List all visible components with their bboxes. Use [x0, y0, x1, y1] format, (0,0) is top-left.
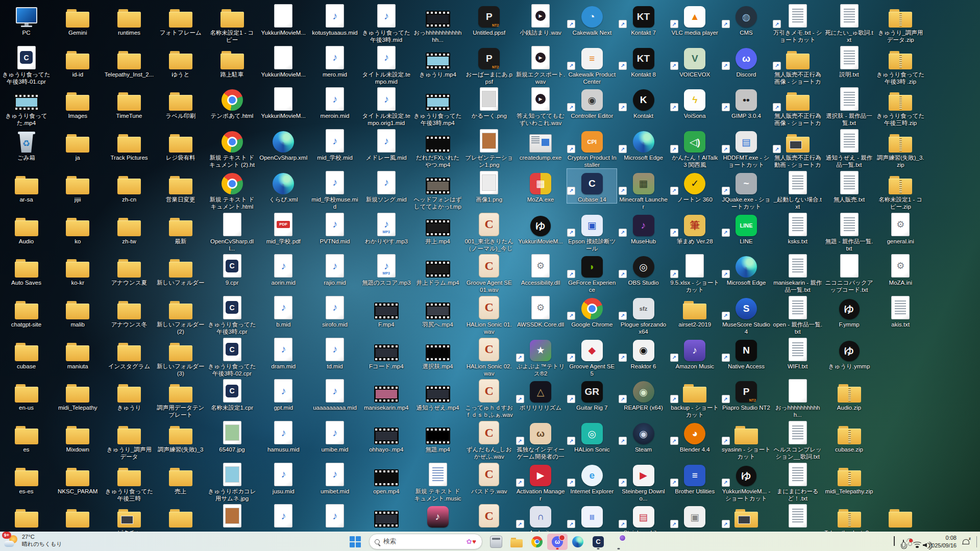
desktop-icon[interactable]: ↗Microsoft Edge: [722, 252, 771, 286]
desktop-icon[interactable]: ゆきゅうり.ymmp: [824, 336, 874, 370]
desktop-icon[interactable]: ω↗Discord: [722, 44, 771, 78]
desktop-icon[interactable]: ↗9.5.xlsx - ショートカット: [670, 252, 720, 293]
desktop-icon[interactable]: 調声用データテンプレート: [156, 377, 205, 418]
desktop-icon[interactable]: きゅうりボカコレ用サムネ.jpg: [207, 461, 257, 502]
desktop-icon[interactable]: 名称未設定1 - コピー.zip: [876, 169, 925, 210]
desktop-icon[interactable]: 説明.txt: [824, 44, 874, 78]
desktop-icon[interactable]: プレゼンテーション1.png: [464, 127, 514, 168]
desktop-icon[interactable]: ◎↗HALion Sonic: [567, 419, 617, 453]
desktop-icon[interactable]: ar-sa: [2, 169, 51, 203]
desktop-icon[interactable]: ••↗GIMP 3.0.4: [722, 85, 771, 119]
desktop-icon[interactable]: きゅうり食ってた午後三時: [105, 461, 154, 502]
desktop-icon[interactable]: CPI↗Crypton Product Installer: [567, 127, 617, 168]
desktop-icon[interactable]: airset2-2019: [670, 294, 720, 328]
desktop-icon[interactable]: ko: [53, 211, 103, 245]
desktop-icon[interactable]: ~↗JQuake.exe - ショートカット: [722, 169, 771, 210]
desktop-icon[interactable]: ko-kr: [53, 252, 103, 286]
desktop-icon[interactable]: ♪タイトル未設定.tempo.mid: [361, 44, 411, 85]
desktop-icon[interactable]: 通知うぜえ.mp4: [413, 377, 462, 411]
desktop-icon[interactable]: ♪きゅうり食ってた午後3時.mid: [361, 2, 411, 43]
desktop-icon[interactable]: △↗ポリリリリズム: [516, 377, 566, 411]
desktop-icon[interactable]: ▦MoZA.exe: [516, 169, 566, 203]
desktop-icon[interactable]: S↗MuseScore Studio 4: [722, 294, 771, 335]
desktop-icon[interactable]: ♪kotusytuaaus.mid: [310, 2, 360, 36]
desktop-icon[interactable]: ピクチャ: [105, 502, 154, 532]
desktop-icon[interactable]: Fコード.mp4: [361, 336, 411, 370]
desktop-icon[interactable]: きゅうり食ってた午後3時 .zip: [876, 44, 925, 85]
desktop-icon[interactable]: ♪b.mid: [259, 294, 308, 328]
desktop-icon[interactable]: ♪hamusu.mid: [259, 419, 308, 453]
desktop-icon[interactable]: テンポあて.html: [207, 85, 257, 119]
chrome-button[interactable]: [527, 534, 547, 550]
desktop-icon[interactable]: 新規 テキスト ドキュメント (2).html: [207, 127, 257, 169]
desktop-icon[interactable]: 無題.mp4: [413, 419, 462, 453]
search-input[interactable]: 検索✿♥: [369, 534, 482, 549]
desktop-icon[interactable]: 最新: [156, 211, 205, 245]
desktop-icon[interactable]: 路上駐車: [207, 44, 257, 78]
desktop-icon[interactable]: ♪PVTNd.mid: [310, 211, 360, 245]
desktop-icon[interactable]: [156, 502, 205, 529]
desktop-icon[interactable]: C9.cpr: [207, 252, 257, 286]
desktop-icon[interactable]: ♪aorin.mid: [259, 252, 308, 286]
discord-button[interactable]: ω: [547, 534, 568, 550]
desktop-icon[interactable]: Cきゅうり食ってた午後3時-01.cpr: [2, 44, 51, 85]
desktop-icon[interactable]: open - 親作品一覧.txt: [773, 294, 822, 335]
desktop-icon[interactable]: Mixdown: [53, 419, 103, 453]
desktop-icon[interactable]: 調声練習(失敗)_3: [156, 419, 205, 453]
do-not-disturb-bell-icon[interactable]: z: [962, 538, 970, 546]
desktop-icon[interactable]: ↗backup - ショートカット: [670, 377, 720, 418]
file-explorer-button[interactable]: [506, 534, 527, 550]
desktop[interactable]: PCCきゅうり食ってた午後3時-01.cprきゅうり食ってた.mp4♻ごみ箱ar…: [0, 0, 980, 532]
desktop-icon[interactable]: ▲↗VLC media player: [670, 2, 720, 36]
desktop-icon[interactable]: cubase: [2, 336, 51, 370]
desktop-icon[interactable]: ◁)↗かんたん！AITalk 3 関西風: [670, 127, 720, 168]
desktop-icon[interactable]: Images: [53, 85, 103, 119]
desktop-icon[interactable]: ▣↗Epson 接続診断ツール: [567, 211, 617, 252]
desktop-icon[interactable]: manisekarin - 親作品一覧.txt: [773, 252, 822, 293]
desktop-icon[interactable]: ♪umibet.mid: [310, 461, 360, 495]
desktop-icon[interactable]: きゅうり: [105, 377, 154, 411]
desktop-icon[interactable]: Auto Saves: [2, 252, 51, 286]
desktop-icon[interactable]: ↗無人販売不正行為画像 - ショートカット: [773, 85, 822, 127]
desktop-icon[interactable]: KT↗Kontakt 8: [619, 44, 668, 78]
desktop-icon[interactable]: [53, 502, 103, 529]
desktop-icon[interactable]: Cずんだもん_しおかぜふ.wav: [464, 419, 514, 460]
desktop-icon[interactable]: 無人販売.txt: [824, 169, 874, 203]
desktop-icon[interactable]: e↗Internet Explorer: [567, 461, 617, 495]
desktop-icon[interactable]: 無題 - 親作品一覧.txt: [824, 211, 874, 252]
desktop-icon[interactable]: ohhayo-.mp4: [361, 419, 411, 453]
desktop-icon[interactable]: ♪新規ソング.mid: [361, 169, 411, 203]
desktop-icon[interactable]: zh-cn: [105, 169, 154, 203]
desktop-icon[interactable]: Cこってゅｈｄすおｆｄｓｂふぁ.wav: [464, 377, 514, 418]
desktop-icon[interactable]: ◍↗CMS: [722, 2, 771, 36]
desktop-icon[interactable]: ♪td.mid: [310, 336, 360, 370]
desktop-icon[interactable]: ヘルスコンプレッション__歌詞.txt: [773, 419, 822, 460]
desktop-icon[interactable]: PDFmid_学校.pdf: [259, 211, 308, 245]
desktop-icon[interactable]: きゅうり食ってた.mp4: [2, 85, 51, 127]
desktop-icon[interactable]: 新規 テキスト ドキュメント.html: [207, 169, 257, 210]
desktop-icon[interactable]: ♪jusu.mid: [259, 461, 308, 495]
desktop-icon[interactable]: [207, 502, 257, 529]
edge-button[interactable]: [568, 534, 588, 550]
desktop-icon[interactable]: ↗無人販売不正行為動画 - ショートカット: [773, 127, 822, 169]
desktop-icon[interactable]: ▶答え知っててもむずいわこれ.wav: [516, 85, 566, 127]
desktop-icon[interactable]: ♪mid_学校.mid: [310, 127, 360, 161]
desktop-icon[interactable]: 新しいフォルダー: [156, 252, 205, 286]
desktop-icon[interactable]: ♪メドレー風.mid: [361, 127, 411, 161]
desktop-icon[interactable]: ja: [53, 127, 103, 161]
desktop-icon[interactable]: [361, 502, 411, 529]
desktop-icon[interactable]: ◕↗Blender 4.4: [670, 419, 720, 453]
desktop-icon[interactable]: ♪dram.mid: [259, 336, 308, 370]
show-desktop-button[interactable]: [976, 536, 977, 547]
desktop-icon[interactable]: NKSC_PARAM: [53, 461, 103, 495]
desktop-icon[interactable]: ♪mero.mid: [310, 44, 360, 78]
desktop-icon[interactable]: Cバスドラ.wav: [464, 461, 514, 495]
desktop-icon[interactable]: ∩↗Audacity: [516, 502, 566, 532]
desktop-icon[interactable]: ⚙MoZA.ini: [876, 252, 925, 286]
desktop-icon[interactable]: runtimes: [105, 2, 154, 36]
desktop-icon[interactable]: ゆF.ymmp: [824, 294, 874, 328]
desktop-icon[interactable]: sfz↗Plogue sforzando x64: [619, 294, 668, 335]
hidden-icons-icon[interactable]: [894, 537, 895, 546]
desktop-icon[interactable]: es-es: [2, 461, 51, 495]
desktop-icon[interactable]: ゆYukkuriMovieM...: [516, 211, 566, 245]
